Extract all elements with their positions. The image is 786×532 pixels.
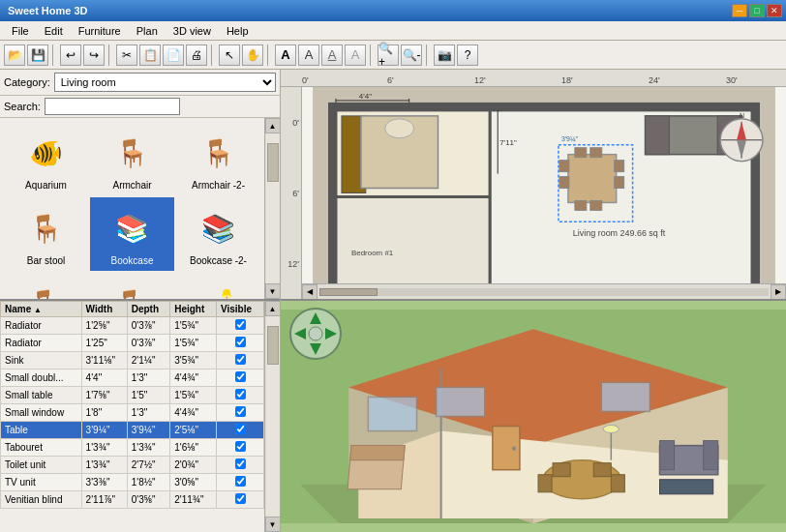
cell-visible[interactable] (217, 369, 264, 387)
menu-file[interactable]: File (4, 23, 37, 39)
visible-checkbox[interactable] (235, 493, 246, 504)
table-row[interactable]: Sink3'11⅛"2'1¼"3'5¾" (1, 352, 264, 369)
h-scroll-right[interactable]: ▶ (771, 284, 786, 300)
scroll-up-btn[interactable]: ▲ (265, 118, 281, 133)
svg-rect-18 (590, 200, 602, 210)
col-width[interactable]: Width (81, 302, 127, 317)
floor-plan-canvas[interactable]: My home 84.89 sq ft (302, 87, 786, 299)
close-button[interactable]: ✕ (767, 4, 782, 17)
cell-name: Small window (1, 404, 82, 422)
col-visible[interactable]: Visible (217, 302, 264, 317)
menu-furniture[interactable]: Furniture (71, 23, 129, 39)
cell-name: Toilet unit (1, 457, 82, 474)
table-row[interactable]: Small window1'8"1'3"4'4¾" (1, 404, 264, 422)
table-scroll-down[interactable]: ▼ (265, 517, 281, 532)
furniture-item-armchair2[interactable]: 🪑Armchair -2- (176, 122, 260, 195)
furniture-item-coffeetable[interactable]: 🛋️Coffee table (176, 273, 260, 299)
redo-button[interactable]: ↪ (83, 44, 105, 66)
visible-checkbox[interactable] (235, 441, 246, 452)
maximize-button[interactable]: □ (749, 4, 765, 17)
visible-checkbox[interactable] (235, 476, 246, 487)
furniture-item-armchair[interactable]: 🪑Armchair (90, 122, 174, 195)
text-a4[interactable]: A (345, 44, 366, 66)
pan-tool[interactable]: ✋ (242, 44, 263, 66)
visible-checkbox[interactable] (235, 354, 246, 365)
view-3d-area[interactable] (281, 301, 786, 532)
table-row[interactable]: TV unit3'3⅜"1'8½"3'0⅝" (1, 474, 264, 491)
furniture-item-bookcase2[interactable]: 📚Bookcase -2- (176, 197, 260, 271)
table-row[interactable]: Small table1'7⅝"1'5"1'5¾" (1, 387, 264, 404)
furniture-item-chair[interactable]: 🪑Chair (4, 273, 88, 299)
help-button[interactable]: ? (457, 44, 478, 66)
cell-visible[interactable] (217, 474, 264, 491)
save-button[interactable]: 💾 (27, 44, 48, 66)
visible-checkbox[interactable] (235, 371, 246, 382)
undo-button[interactable]: ↩ (60, 44, 81, 66)
cell-visible[interactable] (217, 404, 264, 422)
menu-plan[interactable]: Plan (129, 23, 166, 39)
text-a2[interactable]: A (298, 44, 319, 66)
table-row[interactable]: Venitian blind2'11⅞"0'3⅝"2'11¾" (1, 491, 264, 509)
text-a1[interactable]: A (275, 44, 296, 66)
navigation-control[interactable] (288, 307, 343, 361)
svg-rect-17 (575, 200, 587, 210)
h-scroll-thumb[interactable] (319, 288, 378, 296)
col-height[interactable]: Height (170, 302, 217, 317)
visible-checkbox[interactable] (235, 406, 246, 417)
print-button[interactable]: 🖨 (186, 44, 207, 66)
cell-visible[interactable] (217, 352, 264, 369)
furniture-item-barstool[interactable]: 🪑Bar stool (4, 197, 88, 271)
category-row: Category: Living room Bedroom Kitchen Ba… (0, 70, 280, 96)
camera-button[interactable]: 📷 (434, 44, 455, 66)
minimize-button[interactable]: ─ (732, 4, 747, 17)
search-input[interactable] (45, 98, 180, 115)
scroll-thumb[interactable] (267, 143, 279, 182)
visible-checkbox[interactable] (235, 424, 246, 434)
table-row[interactable]: Tabouret1'3¾"1'3¾"1'6⅛" (1, 439, 264, 457)
table-row[interactable]: Small doubl...4'4"1'3"4'4¾" (1, 369, 264, 387)
cell-visible[interactable] (217, 317, 264, 335)
table-row[interactable]: Toilet unit1'3¾"2'7½"2'0¾" (1, 457, 264, 474)
scroll-down-btn[interactable]: ▼ (265, 283, 281, 299)
menu-3dview[interactable]: 3D view (166, 23, 219, 39)
furniture-item-aquarium[interactable]: 🐠Aquarium (4, 122, 88, 195)
furniture-item-chair2[interactable]: 🪑Chair -2- (90, 273, 174, 299)
furniture-item-bookcase[interactable]: 📚Bookcase (90, 197, 174, 271)
zoom-in-button[interactable]: 🔍+ (378, 44, 399, 66)
table-row[interactable]: Radiator1'25"0'3⅞"1'5¾" (1, 335, 264, 352)
furniture-label-aquarium: Aquarium (25, 180, 67, 191)
table-scroll-up[interactable]: ▲ (265, 301, 281, 316)
paste-button[interactable]: 📄 (163, 44, 184, 66)
text-a3[interactable]: A (321, 44, 343, 66)
h-scroll-left[interactable]: ◀ (302, 284, 317, 300)
cell-visible[interactable] (217, 335, 264, 352)
furniture-scrollbar[interactable]: ▲ ▼ (264, 118, 280, 299)
cell-visible[interactable] (217, 422, 264, 439)
visible-checkbox[interactable] (235, 337, 246, 347)
open-button[interactable]: 📂 (4, 44, 25, 66)
col-depth[interactable]: Depth (127, 302, 170, 317)
cut-button[interactable]: ✂ (116, 44, 137, 66)
cell-width: 2'11⅞" (81, 491, 127, 509)
copy-button[interactable]: 📋 (139, 44, 161, 66)
visible-checkbox[interactable] (235, 458, 246, 469)
table-row[interactable]: Radiator1'2⅝"0'3⅞"1'5¾" (1, 317, 264, 335)
visible-checkbox[interactable] (235, 389, 246, 399)
cell-visible[interactable] (217, 439, 264, 457)
cell-height: 4'4¾" (170, 404, 217, 422)
cell-visible[interactable] (217, 387, 264, 404)
cell-visible[interactable] (217, 457, 264, 474)
menu-help[interactable]: Help (219, 23, 257, 39)
zoom-out-button[interactable]: 🔍- (401, 44, 422, 66)
select-tool[interactable]: ↖ (219, 44, 240, 66)
table-scroll-thumb[interactable] (267, 326, 279, 365)
table-row[interactable]: Table3'9¼"3'9¼"2'5⅛" (1, 422, 264, 439)
table-scrollbar[interactable]: ▲ ▼ (264, 301, 280, 532)
h-scrollbar[interactable]: ◀ ▶ (302, 283, 786, 299)
menu-edit[interactable]: Edit (37, 23, 71, 39)
col-name[interactable]: Name ▲ (1, 302, 82, 317)
cell-visible[interactable] (217, 491, 264, 509)
toolbar-separator-2 (108, 44, 112, 66)
category-select[interactable]: Living room Bedroom Kitchen Bathroom Out… (54, 73, 276, 92)
visible-checkbox[interactable] (235, 319, 246, 330)
